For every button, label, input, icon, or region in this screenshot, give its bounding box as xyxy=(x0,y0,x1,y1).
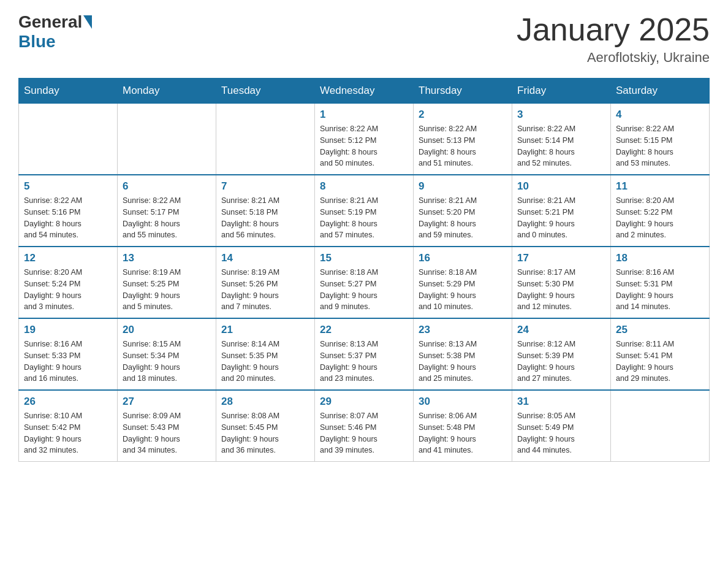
day-number: 28 xyxy=(221,396,309,408)
calendar-cell: 1Sunrise: 8:22 AMSunset: 5:12 PMDaylight… xyxy=(315,104,414,175)
day-number: 4 xyxy=(616,109,704,121)
day-number: 13 xyxy=(123,252,211,264)
day-number: 24 xyxy=(517,324,605,336)
day-info: Sunrise: 8:07 AMSunset: 5:46 PMDaylight:… xyxy=(320,410,408,456)
calendar-week-row: 5Sunrise: 8:22 AMSunset: 5:16 PMDaylight… xyxy=(19,175,710,247)
day-number: 20 xyxy=(123,324,211,336)
day-number: 21 xyxy=(221,324,309,336)
day-number: 18 xyxy=(616,252,704,264)
day-number: 9 xyxy=(419,180,507,193)
day-info: Sunrise: 8:14 AMSunset: 5:35 PMDaylight:… xyxy=(221,339,309,385)
calendar-cell: 23Sunrise: 8:13 AMSunset: 5:38 PMDayligh… xyxy=(414,318,512,390)
calendar-cell: 24Sunrise: 8:12 AMSunset: 5:39 PMDayligh… xyxy=(512,318,611,390)
day-info: Sunrise: 8:10 AMSunset: 5:42 PMDaylight:… xyxy=(24,410,112,456)
day-info: Sunrise: 8:22 AMSunset: 5:13 PMDaylight:… xyxy=(419,123,507,169)
day-number: 12 xyxy=(24,252,112,264)
calendar-cell xyxy=(118,104,216,175)
day-info: Sunrise: 8:17 AMSunset: 5:30 PMDaylight:… xyxy=(517,267,605,313)
day-info: Sunrise: 8:13 AMSunset: 5:37 PMDaylight:… xyxy=(320,339,408,385)
day-number: 31 xyxy=(517,396,605,408)
day-header-thursday: Thursday xyxy=(414,79,512,104)
day-info: Sunrise: 8:20 AMSunset: 5:24 PMDaylight:… xyxy=(24,267,112,313)
calendar-cell: 10Sunrise: 8:21 AMSunset: 5:21 PMDayligh… xyxy=(512,175,611,247)
calendar-cell: 25Sunrise: 8:11 AMSunset: 5:41 PMDayligh… xyxy=(611,318,710,390)
calendar-cell: 17Sunrise: 8:17 AMSunset: 5:30 PMDayligh… xyxy=(512,247,611,318)
title-section: January 2025 Aeroflotskiy, Ukraine xyxy=(517,12,710,66)
day-number: 3 xyxy=(517,109,605,121)
calendar-cell: 27Sunrise: 8:09 AMSunset: 5:43 PMDayligh… xyxy=(118,390,216,462)
day-number: 7 xyxy=(221,180,309,193)
day-number: 15 xyxy=(320,252,408,264)
day-info: Sunrise: 8:21 AMSunset: 5:20 PMDaylight:… xyxy=(419,195,507,241)
day-info: Sunrise: 8:21 AMSunset: 5:18 PMDaylight:… xyxy=(221,195,309,241)
day-number: 23 xyxy=(419,324,507,336)
calendar-cell: 3Sunrise: 8:22 AMSunset: 5:14 PMDaylight… xyxy=(512,104,611,175)
day-number: 26 xyxy=(24,396,112,408)
days-header-row: SundayMondayTuesdayWednesdayThursdayFrid… xyxy=(19,79,710,104)
day-info: Sunrise: 8:22 AMSunset: 5:12 PMDaylight:… xyxy=(320,123,408,169)
calendar-cell: 20Sunrise: 8:15 AMSunset: 5:34 PMDayligh… xyxy=(118,318,216,390)
calendar-cell: 9Sunrise: 8:21 AMSunset: 5:20 PMDaylight… xyxy=(414,175,512,247)
day-number: 2 xyxy=(419,109,507,121)
calendar-table: SundayMondayTuesdayWednesdayThursdayFrid… xyxy=(18,78,710,462)
day-number: 11 xyxy=(616,180,704,193)
day-info: Sunrise: 8:13 AMSunset: 5:38 PMDaylight:… xyxy=(419,339,507,385)
day-header-wednesday: Wednesday xyxy=(315,79,414,104)
calendar-cell: 21Sunrise: 8:14 AMSunset: 5:35 PMDayligh… xyxy=(216,318,315,390)
day-info: Sunrise: 8:21 AMSunset: 5:21 PMDaylight:… xyxy=(517,195,605,241)
day-info: Sunrise: 8:16 AMSunset: 5:31 PMDaylight:… xyxy=(616,267,704,313)
calendar-week-row: 12Sunrise: 8:20 AMSunset: 5:24 PMDayligh… xyxy=(19,247,710,318)
calendar-cell: 30Sunrise: 8:06 AMSunset: 5:48 PMDayligh… xyxy=(414,390,512,462)
calendar-cell: 13Sunrise: 8:19 AMSunset: 5:25 PMDayligh… xyxy=(118,247,216,318)
calendar-cell: 5Sunrise: 8:22 AMSunset: 5:16 PMDaylight… xyxy=(19,175,118,247)
calendar-cell: 22Sunrise: 8:13 AMSunset: 5:37 PMDayligh… xyxy=(315,318,414,390)
calendar-cell: 12Sunrise: 8:20 AMSunset: 5:24 PMDayligh… xyxy=(19,247,118,318)
calendar-week-row: 19Sunrise: 8:16 AMSunset: 5:33 PMDayligh… xyxy=(19,318,710,390)
calendar-cell: 18Sunrise: 8:16 AMSunset: 5:31 PMDayligh… xyxy=(611,247,710,318)
logo-blue-text: Blue xyxy=(18,32,56,52)
calendar-week-row: 26Sunrise: 8:10 AMSunset: 5:42 PMDayligh… xyxy=(19,390,710,462)
day-info: Sunrise: 8:21 AMSunset: 5:19 PMDaylight:… xyxy=(320,195,408,241)
day-number: 10 xyxy=(517,180,605,193)
calendar-cell: 6Sunrise: 8:22 AMSunset: 5:17 PMDaylight… xyxy=(118,175,216,247)
logo: General Blue xyxy=(18,12,93,52)
day-info: Sunrise: 8:22 AMSunset: 5:17 PMDaylight:… xyxy=(123,195,211,241)
calendar-cell: 4Sunrise: 8:22 AMSunset: 5:15 PMDaylight… xyxy=(611,104,710,175)
day-header-monday: Monday xyxy=(118,79,216,104)
day-header-tuesday: Tuesday xyxy=(216,79,315,104)
day-info: Sunrise: 8:05 AMSunset: 5:49 PMDaylight:… xyxy=(517,410,605,456)
day-info: Sunrise: 8:22 AMSunset: 5:15 PMDaylight:… xyxy=(616,123,704,169)
day-info: Sunrise: 8:18 AMSunset: 5:27 PMDaylight:… xyxy=(320,267,408,313)
month-title: January 2025 xyxy=(517,12,710,47)
logo-triangle-icon xyxy=(83,15,92,29)
day-info: Sunrise: 8:20 AMSunset: 5:22 PMDaylight:… xyxy=(616,195,704,241)
day-number: 29 xyxy=(320,396,408,408)
calendar-cell xyxy=(216,104,315,175)
day-info: Sunrise: 8:19 AMSunset: 5:25 PMDaylight:… xyxy=(123,267,211,313)
day-number: 5 xyxy=(24,180,112,193)
calendar-cell: 16Sunrise: 8:18 AMSunset: 5:29 PMDayligh… xyxy=(414,247,512,318)
calendar-cell: 14Sunrise: 8:19 AMSunset: 5:26 PMDayligh… xyxy=(216,247,315,318)
day-info: Sunrise: 8:15 AMSunset: 5:34 PMDaylight:… xyxy=(123,339,211,385)
calendar-cell: 7Sunrise: 8:21 AMSunset: 5:18 PMDaylight… xyxy=(216,175,315,247)
day-header-friday: Friday xyxy=(512,79,611,104)
day-info: Sunrise: 8:22 AMSunset: 5:14 PMDaylight:… xyxy=(517,123,605,169)
day-info: Sunrise: 8:16 AMSunset: 5:33 PMDaylight:… xyxy=(24,339,112,385)
day-info: Sunrise: 8:09 AMSunset: 5:43 PMDaylight:… xyxy=(123,410,211,456)
calendar-cell: 31Sunrise: 8:05 AMSunset: 5:49 PMDayligh… xyxy=(512,390,611,462)
day-number: 14 xyxy=(221,252,309,264)
day-info: Sunrise: 8:22 AMSunset: 5:16 PMDaylight:… xyxy=(24,195,112,241)
page-header: General Blue January 2025 Aeroflotskiy, … xyxy=(18,12,710,66)
logo-general-text: General xyxy=(18,12,82,32)
day-header-sunday: Sunday xyxy=(19,79,118,104)
calendar-cell xyxy=(611,390,710,462)
day-number: 8 xyxy=(320,180,408,193)
day-number: 22 xyxy=(320,324,408,336)
calendar-cell: 26Sunrise: 8:10 AMSunset: 5:42 PMDayligh… xyxy=(19,390,118,462)
location-subtitle: Aeroflotskiy, Ukraine xyxy=(517,50,710,66)
calendar-cell: 11Sunrise: 8:20 AMSunset: 5:22 PMDayligh… xyxy=(611,175,710,247)
calendar-cell: 19Sunrise: 8:16 AMSunset: 5:33 PMDayligh… xyxy=(19,318,118,390)
day-number: 25 xyxy=(616,324,704,336)
calendar-cell: 28Sunrise: 8:08 AMSunset: 5:45 PMDayligh… xyxy=(216,390,315,462)
day-info: Sunrise: 8:08 AMSunset: 5:45 PMDaylight:… xyxy=(221,410,309,456)
